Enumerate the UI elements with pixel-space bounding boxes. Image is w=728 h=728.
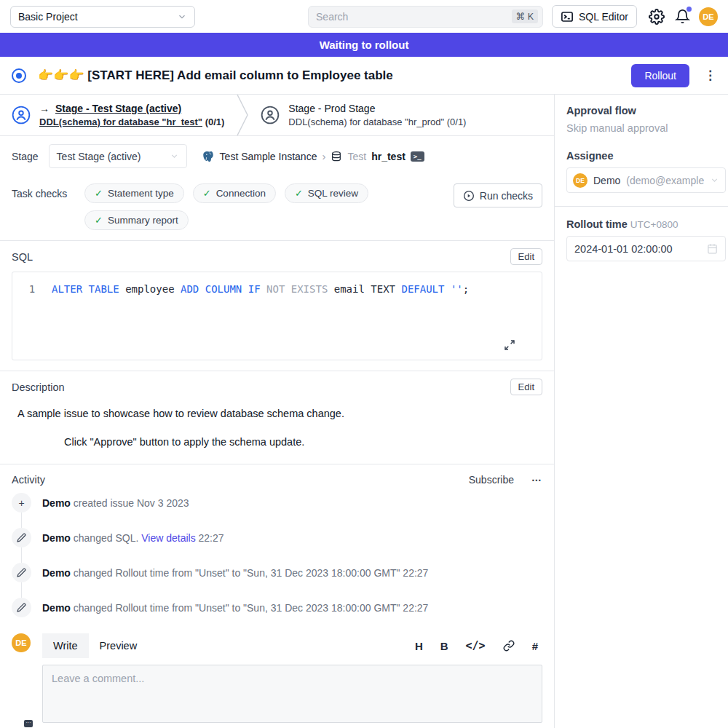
chevron-down-icon <box>710 175 719 185</box>
view-details-link[interactable]: View details <box>141 532 195 544</box>
heading-icon[interactable]: H <box>415 640 423 652</box>
search-shortcut-badge: ⌘ K <box>512 9 538 23</box>
issue-header: 👉👉👉 [START HERE] Add email column to Emp… <box>0 57 728 95</box>
activity-connector <box>21 582 22 598</box>
main-panel: → Stage - Test Stage (active) DDL(schema… <box>0 95 555 728</box>
sql-editor-label: SQL Editor <box>579 11 628 23</box>
stepper-separator <box>236 95 249 135</box>
global-search[interactable]: ⌘ K <box>308 6 543 28</box>
check-chip-label: SQL review <box>308 188 358 199</box>
description-edit-button[interactable]: Edit <box>510 379 542 395</box>
rollout-time-input[interactable]: 2024-01-01 02:00:00 <box>566 236 726 261</box>
rollout-time-label: Rollout time <box>566 218 628 230</box>
rollout-button[interactable]: Rollout <box>631 64 689 87</box>
stage-select[interactable]: Test Stage (active) <box>49 144 187 168</box>
task-checks-label: Task checks <box>12 183 84 230</box>
status-banner: Waiting to rollout <box>0 33 728 57</box>
activity-connector <box>21 513 22 528</box>
approval-flow-value: Skip manual approval <box>566 122 726 134</box>
terminal-icon <box>561 10 574 23</box>
notification-dot <box>687 7 692 12</box>
tab-preview[interactable]: Preview <box>89 633 149 658</box>
task-checks-section: Task checks ✓ Statement type ✓ Connectio… <box>0 175 554 241</box>
pencil-icon <box>12 528 31 547</box>
stage-title[interactable]: Stage - Test Stage (active) <box>55 103 181 114</box>
comment-input[interactable] <box>42 665 542 723</box>
description-text: A sample issue to showcase how to review… <box>17 408 542 419</box>
assignee-name: Demo <box>593 175 620 186</box>
right-sidebar: Approval flow Skip manual approval Assig… <box>555 95 728 728</box>
chevron-down-icon <box>177 12 187 22</box>
comment-composer: DE Write Preview H B </> <box>0 622 554 725</box>
user-avatar[interactable]: DE <box>699 7 718 26</box>
fullscreen-icon[interactable] <box>504 339 515 351</box>
check-icon: ✓ <box>203 188 211 199</box>
run-checks-button[interactable]: Run checks <box>454 183 542 207</box>
check-chip-label: Connection <box>216 188 266 199</box>
check-chip-statement-type[interactable]: ✓ Statement type <box>84 183 184 203</box>
check-icon: ✓ <box>95 188 103 199</box>
database-icon <box>331 151 342 162</box>
activity-item: Demo changed Rollout time from "Unset" t… <box>12 563 542 582</box>
activity-item: Demo changed SQL. View details 22:27 <box>12 528 542 547</box>
search-input[interactable] <box>316 11 512 23</box>
check-chip-sql-review[interactable]: ✓ SQL review <box>285 183 368 203</box>
notifications-button[interactable] <box>675 9 690 24</box>
check-chip-summary-report[interactable]: ✓ Summary report <box>84 210 189 230</box>
check-chip-label: Statement type <box>108 188 174 199</box>
open-sql-editor-badge[interactable]: >_ <box>411 151 424 162</box>
stage-task-count: (0/1) <box>447 116 467 127</box>
database-name[interactable]: hr_test <box>371 151 405 162</box>
project-select-value: Basic Project <box>18 11 78 23</box>
assignee-avatar: DE <box>573 173 587 188</box>
sql-editor-button[interactable]: SQL Editor <box>552 5 637 28</box>
bold-icon[interactable]: B <box>440 640 448 652</box>
check-chip-connection[interactable]: ✓ Connection <box>193 183 276 203</box>
sql-edit-button[interactable]: Edit <box>510 248 542 265</box>
sql-editor[interactable]: 1 ALTER TABLE employee ADD COLUMN IF NOT… <box>12 272 542 360</box>
comment-avatar: DE <box>12 633 31 725</box>
stage-step-prod[interactable]: Stage - Prod Stage DDL(schema) for datab… <box>249 95 478 135</box>
tab-write[interactable]: Write <box>42 633 89 658</box>
description-heading: Description <box>12 381 65 393</box>
person-circle-icon <box>261 106 280 124</box>
sql-statement: ALTER TABLE employee ADD COLUMN IF NOT E… <box>52 283 469 295</box>
activity-item: Demo changed Rollout time from "Unset" t… <box>12 598 542 617</box>
kebab-menu-icon[interactable]: ⋮ <box>704 68 716 83</box>
check-icon: ✓ <box>95 215 103 226</box>
database-breadcrumb: Test Sample Instance › Test hr_test >_ <box>202 150 424 163</box>
assignee-select[interactable]: DE Demo (demo@example <box>566 167 726 193</box>
activity-heading: Activity <box>12 474 469 486</box>
stage-task[interactable]: DDL(schema) for database "hr_test" <box>39 116 202 127</box>
description-text: Click "Approve" button to apply the sche… <box>64 436 542 448</box>
instance-name[interactable]: Test Sample Instance <box>220 151 317 162</box>
description-section: Description Edit A sample issue to showc… <box>0 371 554 464</box>
link-icon[interactable] <box>503 640 515 652</box>
check-icon: ✓ <box>295 188 303 199</box>
subscribe-button[interactable]: Subscribe <box>469 474 514 486</box>
stage-task[interactable]: DDL(schema) for database "hr_prod" <box>288 116 444 127</box>
hash-icon[interactable]: # <box>532 640 538 652</box>
assignee-email: (demo@example <box>626 175 704 186</box>
timezone-label: UTC+0800 <box>630 219 678 230</box>
stage-label: Stage <box>12 151 39 162</box>
settings-button[interactable] <box>649 9 665 25</box>
activity-item: + Demo created issue Nov 3 2023 <box>12 493 542 513</box>
chevron-down-icon <box>170 151 179 161</box>
issue-status-icon <box>12 68 26 83</box>
sidebar-divider <box>555 206 728 207</box>
sql-heading: SQL <box>12 251 33 263</box>
breadcrumb-separator: › <box>322 150 325 162</box>
stage-title[interactable]: Stage - Prod Stage <box>288 103 375 114</box>
environment-label: Test <box>347 151 366 162</box>
project-select[interactable]: Basic Project <box>10 6 195 28</box>
code-icon[interactable]: </> <box>466 639 486 652</box>
comment-bubble-icon <box>24 720 33 727</box>
activity-more-icon[interactable]: ⋯ <box>531 474 542 486</box>
stage-step-test[interactable]: → Stage - Test Stage (active) DDL(schema… <box>0 95 236 135</box>
sql-code-line: 1 ALTER TABLE employee ADD COLUMN IF NOT… <box>12 272 542 295</box>
stage-task-count: (0/1) <box>205 116 225 127</box>
stage-select-value: Test Stage (active) <box>57 151 141 162</box>
approval-flow-label: Approval flow <box>566 105 726 116</box>
play-circle-icon <box>463 190 475 202</box>
